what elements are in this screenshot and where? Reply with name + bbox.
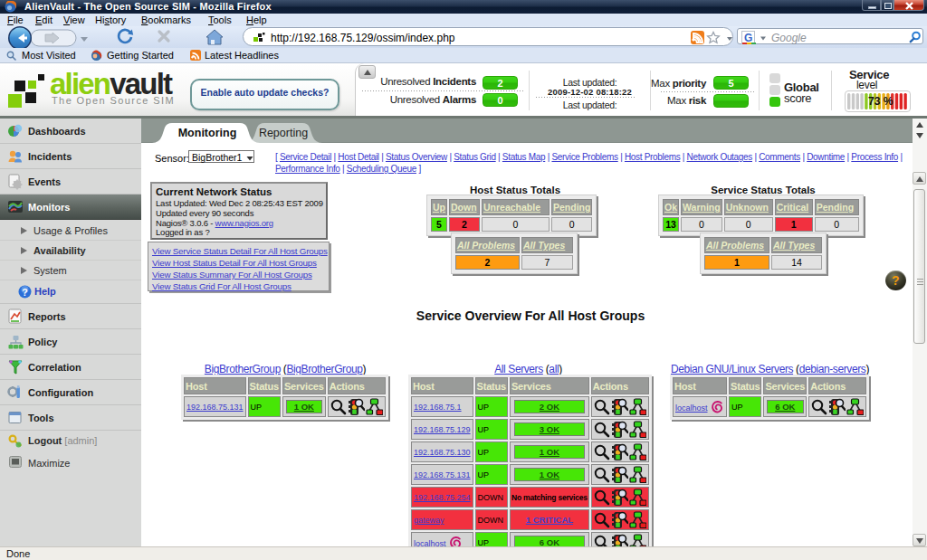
svg-text:Monitoring: Monitoring xyxy=(178,127,237,139)
svg-text:Reporting: Reporting xyxy=(259,127,308,139)
svg-text:?: ? xyxy=(22,287,27,298)
